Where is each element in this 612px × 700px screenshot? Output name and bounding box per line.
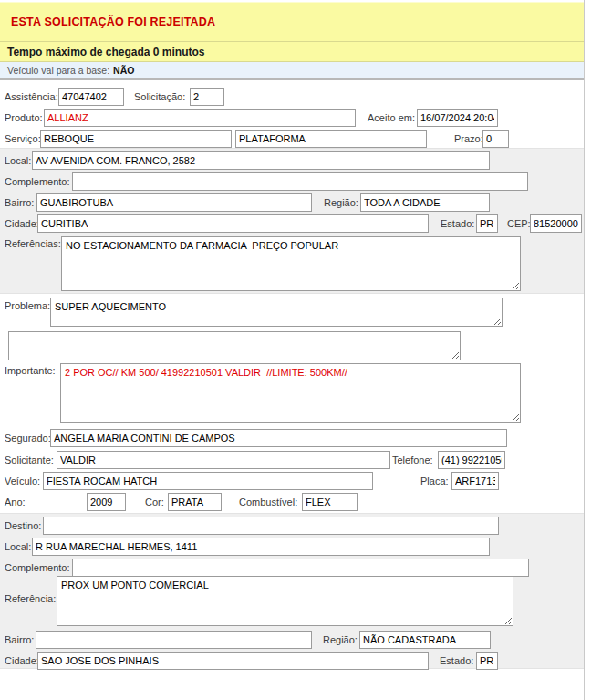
cor-label: Cor:: [145, 493, 164, 511]
produto-label: Produto:: [5, 109, 43, 127]
solicitante-label: Solicitante:: [5, 451, 54, 469]
prazo-label: Prazo:: [454, 130, 483, 148]
vehicle-to-base-value: NÃO: [113, 65, 134, 76]
ano-label: Ano:: [5, 493, 26, 511]
estado-destino-input[interactable]: [476, 652, 498, 670]
problema-extra-textarea[interactable]: [8, 331, 461, 360]
solicitacao-label: Solicitação:: [134, 88, 185, 106]
local-destino-label: Local:: [5, 538, 31, 556]
problema-textarea[interactable]: SUPER AQUECIMENTO: [50, 298, 503, 327]
cidade-destino-label: Cidade:: [5, 652, 39, 670]
complemento-destino-input[interactable]: [72, 559, 529, 577]
assistencia-label: Assistência:: [5, 88, 58, 106]
local-label: Local:: [5, 151, 31, 170]
telefone-label: Telefone:: [392, 451, 433, 469]
ano-input[interactable]: [87, 493, 126, 511]
arrival-time-bar: Tempo máximo de chegada 0 minutos: [0, 41, 584, 62]
cidade-input[interactable]: [37, 214, 429, 233]
veiculo-input[interactable]: [43, 472, 373, 490]
telefone-input[interactable]: [438, 451, 505, 469]
bairro-input[interactable]: [36, 193, 312, 212]
estado-destino-label: Estado:: [440, 652, 473, 670]
cep-input[interactable]: [530, 214, 582, 233]
veiculo-label: Veículo:: [5, 472, 40, 490]
regiao-destino-label: Região:: [323, 631, 358, 649]
cidade-destino-input[interactable]: [37, 652, 429, 670]
segurado-input[interactable]: [50, 429, 507, 447]
destino-label: Destino:: [5, 517, 41, 535]
complemento-input[interactable]: [72, 172, 528, 191]
local-destino-input[interactable]: [32, 538, 490, 556]
vehicle-to-base-bar: Veículo vai para a base: NÃO: [0, 62, 584, 80]
regiao-input[interactable]: [360, 193, 490, 212]
cor-input[interactable]: [168, 493, 222, 511]
regiao-label: Região:: [324, 193, 358, 212]
combustivel-label: Combustível:: [239, 493, 297, 511]
prazo-input[interactable]: [482, 130, 509, 148]
regiao-destino-input[interactable]: [359, 631, 491, 649]
rejection-banner: ESTA SOLICITAÇÃO FOI REJEITADA: [0, 2, 584, 41]
destino-input[interactable]: [43, 517, 499, 535]
estado-input[interactable]: [476, 214, 498, 233]
produto-input[interactable]: [44, 109, 356, 127]
aceito-em-input[interactable]: [417, 109, 498, 127]
problema-label: Problema:: [5, 300, 50, 312]
local-input[interactable]: [32, 151, 490, 170]
importante-textarea[interactable]: 2 POR OC// KM 500/ 41992210501 VALDIR //…: [60, 363, 521, 423]
servico-tipo-input[interactable]: [235, 130, 427, 148]
form-panel: ESTA SOLICITAÇÃO FOI REJEITADA Tempo máx…: [0, 0, 585, 700]
servico-input[interactable]: [40, 130, 232, 148]
assistencia-input[interactable]: [58, 88, 124, 106]
referencia-destino-label: Referência:: [5, 593, 56, 605]
cidade-label: Cidade:: [5, 214, 39, 233]
rejection-banner-text: ESTA SOLICITAÇÃO FOI REJEITADA: [11, 16, 215, 28]
aceito-em-label: Aceito em:: [368, 109, 415, 127]
servico-label: Serviço:: [5, 130, 41, 148]
arrival-time-text: Tempo máximo de chegada 0 minutos: [7, 46, 205, 58]
estado-label: Estado:: [441, 214, 474, 233]
placa-label: Placa:: [420, 472, 449, 490]
vehicle-to-base-label: Veículo vai para a base:: [7, 65, 109, 76]
combustivel-input[interactable]: [302, 493, 358, 511]
cep-label: CEP:: [507, 214, 531, 233]
solicitacao-input[interactable]: [190, 88, 224, 106]
segurado-label: Segurado:: [5, 429, 51, 447]
referencias-label: Referências:: [5, 238, 61, 250]
solicitante-input[interactable]: [57, 451, 390, 469]
importante-label: Importante:: [5, 365, 56, 377]
bairro-label: Bairro:: [5, 193, 34, 212]
complemento-destino-label: Complemento:: [5, 559, 70, 577]
placa-input[interactable]: [451, 472, 499, 490]
referencia-destino-textarea[interactable]: PROX UM PONTO COMERCIAL: [57, 576, 513, 626]
assistance-request-page: ESTA SOLICITAÇÃO FOI REJEITADA Tempo máx…: [0, 0, 612, 700]
referencias-textarea[interactable]: NO ESTACIONAMENTO DA FARMACIA PREÇO POPU…: [61, 236, 521, 291]
bairro-destino-input[interactable]: [36, 631, 312, 649]
complemento-label: Complemento:: [5, 172, 70, 191]
bairro-destino-label: Bairro:: [5, 631, 34, 649]
